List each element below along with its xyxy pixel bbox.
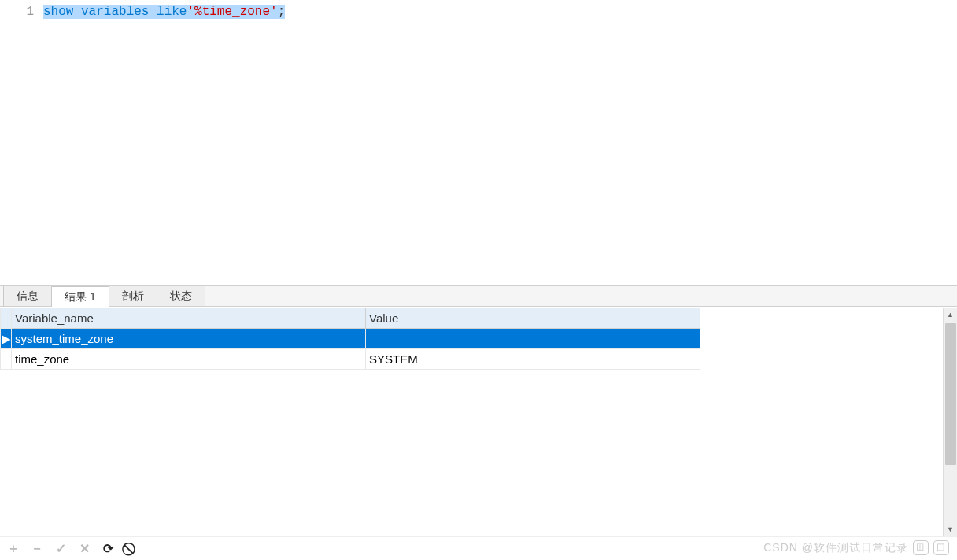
- results-table[interactable]: Variable_name Value ▶ system_time_zone t…: [0, 308, 700, 370]
- editor-gutter: 1: [0, 0, 43, 285]
- cell-variable-name[interactable]: time_zone: [12, 349, 366, 370]
- tab-info[interactable]: 信息: [3, 286, 52, 306]
- vertical-scrollbar[interactable]: ▲ ▼: [943, 308, 957, 536]
- delete-row-button[interactable]: −: [30, 542, 44, 556]
- results-pane: Variable_name Value ▶ system_time_zone t…: [0, 307, 957, 536]
- sql-editor-pane[interactable]: 1 show variables like'%time_zone';: [0, 0, 957, 285]
- minus-icon: −: [33, 542, 40, 556]
- cell-variable-name[interactable]: system_time_zone: [12, 329, 366, 349]
- scroll-up-icon[interactable]: ▲: [944, 308, 957, 322]
- add-row-button[interactable]: +: [6, 542, 20, 556]
- semicolon: ;: [278, 5, 286, 19]
- string-literal: '%time_zone': [187, 5, 277, 19]
- header-row: Variable_name Value: [1, 308, 700, 329]
- tab-result-1[interactable]: 结果 1: [51, 286, 109, 307]
- refresh-button[interactable]: ⟳: [101, 542, 115, 556]
- result-tab-strip: 信息 结果 1 剖析 状态: [0, 285, 957, 307]
- row-indicator-icon: [1, 349, 12, 370]
- cell-value[interactable]: SYSTEM: [366, 349, 700, 370]
- tab-profile[interactable]: 剖析: [109, 286, 157, 306]
- watermark-badge-1: 田: [913, 540, 929, 555]
- cell-value[interactable]: [366, 329, 700, 349]
- apply-button[interactable]: ✓: [54, 542, 68, 556]
- space: [73, 5, 81, 19]
- scroll-down-icon[interactable]: ▼: [944, 522, 957, 536]
- row-indicator-icon: ▶: [1, 329, 12, 349]
- header-indicator: [1, 308, 12, 329]
- close-icon: ✕: [79, 541, 90, 556]
- keyword-like: like: [157, 5, 187, 19]
- bottom-toolbar: + − ✓ ✕ ⟳ ⃠ CSDN @软件测试日常记录 田 囗: [0, 536, 957, 560]
- tab-status[interactable]: 状态: [157, 286, 205, 306]
- header-variable-name[interactable]: Variable_name: [12, 308, 366, 329]
- space: [149, 5, 157, 19]
- line-number: 1: [0, 3, 43, 20]
- cancel-button[interactable]: ✕: [77, 542, 91, 556]
- refresh-icon: ⟳: [103, 541, 113, 556]
- scroll-thumb[interactable]: [945, 323, 956, 465]
- table-row[interactable]: time_zone SYSTEM: [1, 349, 700, 370]
- watermark: CSDN @软件测试日常记录 田 囗: [763, 540, 949, 555]
- code-line-1[interactable]: show variables like'%time_zone';: [43, 3, 285, 20]
- code-area[interactable]: show variables like'%time_zone';: [43, 0, 957, 285]
- keyword-show: show: [43, 5, 73, 19]
- keyword-variables: variables: [81, 5, 149, 19]
- watermark-text: CSDN @软件测试日常记录: [763, 541, 908, 555]
- header-value[interactable]: Value: [366, 308, 700, 329]
- stop-button[interactable]: ⃠: [124, 542, 139, 556]
- results-table-wrap[interactable]: Variable_name Value ▶ system_time_zone t…: [0, 308, 943, 536]
- watermark-badge-2: 囗: [933, 540, 949, 555]
- check-icon: ✓: [56, 541, 66, 556]
- table-row[interactable]: ▶ system_time_zone: [1, 329, 700, 349]
- plus-icon: +: [9, 542, 17, 556]
